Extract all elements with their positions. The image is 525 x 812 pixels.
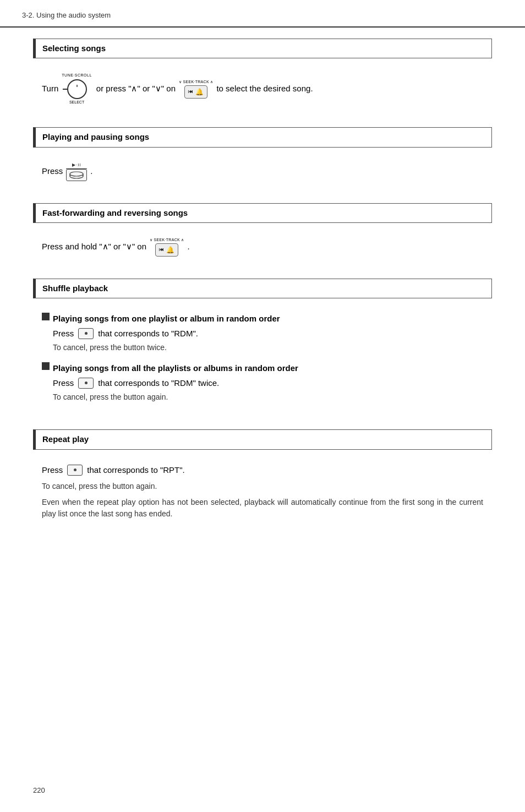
seek-track-bell-icon: 🔔 [195,87,204,97]
repeat-instruction: Press that corresponds to "RPT". [42,464,483,477]
play-pause-svg [69,171,84,179]
section-selecting-songs: Selecting songs Turn TUNE·SCROLL [33,39,492,115]
cancel-note-1: To cancel, press the button twice. [53,342,483,353]
repeat-cancel-note: To cancel, press the button again. [42,481,483,492]
tune-scroll-icon: TUNE·SCROLL SELECT [62,73,92,105]
bullet-content-1: Playing songs from one playlist or album… [53,313,483,358]
section-body-shuffle: Playing songs from one playlist or album… [33,308,492,416]
seek-track-bell-icon-2: 🔔 [166,245,174,255]
section-fast-forwarding: Fast-forwarding and reversing songs Pres… [33,203,492,265]
play-pause-base [66,169,87,181]
page-number: 220 [33,785,45,796]
section-title-shuffle: Shuffle playback [33,279,492,299]
shuffle-sub-instruction-1: Press that corresponds to "RDM". [53,328,483,340]
shuffle-sub-instruction-2: Press that corresponds to "RDM" twice. [53,377,483,390]
bullet-title-2: Playing songs from all the playlists or … [53,362,483,375]
section-repeat-play: Repeat play Press that corresponds to "R… [33,429,492,524]
bullet-item-2: Playing songs from all the playlists or … [42,362,483,407]
section-body-fast-forwarding: Press and hold "∧" or "∨" on ∨ SEEK·TRAC… [33,233,492,265]
small-btn-dot-1 [85,332,88,335]
svg-point-4 [70,172,83,176]
rdm-label-2: that corresponds to "RDM" twice. [98,377,219,390]
playing-pausing-instruction: Press ▶·II . [42,162,483,181]
seek-track-icon-2: ∨ SEEK·TRACK ∧ ⏮ 🔔 [150,237,184,257]
seek-track-btn-2: ⏮ 🔔 [155,243,178,257]
small-btn-dot-2 [85,382,88,384]
knob-circle [67,79,87,99]
bullet-content-2: Playing songs from all the playlists or … [53,362,483,407]
section-title-repeat-play: Repeat play [33,429,492,450]
small-btn-dot-3 [74,468,76,471]
play-pause-icon: ▶·II [66,162,87,181]
turn-label: Turn [42,83,58,95]
press-label-2: Press [53,328,74,340]
section-body-selecting-songs: Turn TUNE·SCROLL SELECT or pre [33,68,492,114]
or-label-1: or press "∧" or "∨" on [96,83,176,95]
page-wrapper: 3-2. Using the audio system Selecting so… [0,0,525,812]
section-shuffle: Shuffle playback Playing songs from one … [33,279,492,417]
cancel-note-2: To cancel, press the button again. [53,391,483,403]
rdm-label-1: that corresponds to "RDM". [98,328,198,340]
section-body-playing-pausing: Press ▶·II . [33,157,492,190]
page-content: Selecting songs Turn TUNE·SCROLL [0,28,525,560]
seek-track-top-label: ∨ SEEK·TRACK ∧ [179,79,213,85]
knob-svg [72,84,83,95]
rpt-label: that corresponds to "RPT". [87,464,184,477]
press-label-3: Press [53,377,74,390]
page-header: 3-2. Using the audio system [0,0,525,28]
section-title-selecting-songs: Selecting songs [33,39,492,59]
seek-track-btn-1: ⏮ 🔔 [184,85,207,99]
tune-scroll-label: TUNE·SCROLL [62,73,92,79]
repeat-extra-note: Even when the repeat play option has not… [42,497,483,520]
header-text: 3-2. Using the audio system [22,11,111,19]
knob-line-left [63,89,68,90]
arrow-left-icon-2: ⏮ [159,246,164,254]
small-btn-icon-3 [67,465,83,476]
period-label: . [90,165,92,178]
arrow-left-icon: ⏮ [188,88,193,96]
bullet-title-1: Playing songs from one playlist or album… [53,313,483,325]
period-label-2: . [188,241,190,253]
seek-track-icon-1: ∨ SEEK·TRACK ∧ ⏮ 🔔 [179,79,213,99]
select-label: SELECT [69,100,84,106]
fast-forwarding-instruction: Press and hold "∧" or "∨" on ∨ SEEK·TRAC… [42,237,483,257]
small-btn-icon-2 [78,378,94,389]
press-label-1: Press [42,165,63,178]
section-title-playing-pausing: Playing and pausing songs [33,127,492,148]
section-playing-pausing: Playing and pausing songs Press ▶·II [33,127,492,190]
seek-track-top-label-2: ∨ SEEK·TRACK ∧ [150,237,184,243]
bullet-item-1: Playing songs from one playlist or album… [42,313,483,358]
bullet-square-2 [42,362,50,370]
press-label-4: Press [42,464,63,477]
small-btn-icon-1 [78,328,94,339]
selecting-songs-instruction: Turn TUNE·SCROLL SELECT or pre [42,73,483,105]
play-pause-top: ▶·II [66,162,87,169]
section-title-fast-forwarding: Fast-forwarding and reversing songs [33,203,492,224]
bullet-square-1 [42,313,50,320]
section-body-repeat-play: Press that corresponds to "RPT". To canc… [33,460,492,525]
press-hold-label: Press and hold "∧" or "∨" on [42,241,146,253]
select-song-label: to select the desired song. [216,83,313,95]
